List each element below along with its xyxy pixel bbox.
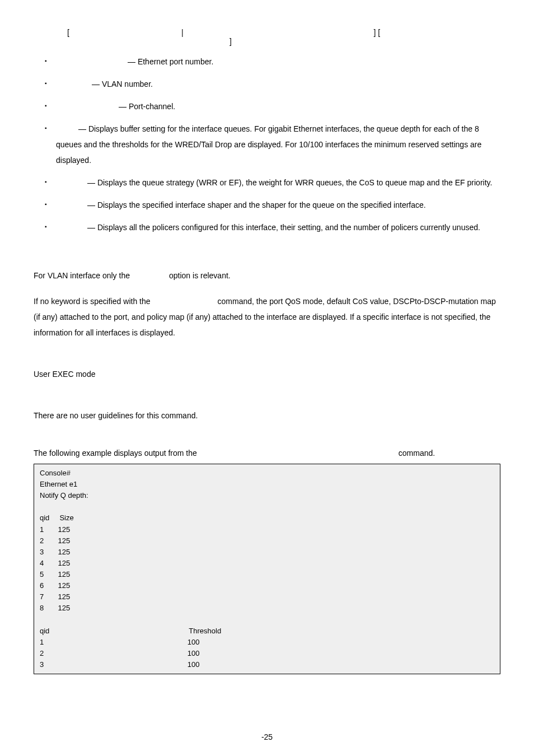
- console-line: Notify Q depth:: [40, 490, 494, 501]
- left-bracket-1: [: [67, 28, 69, 37]
- console-line: 3 100: [40, 659, 494, 670]
- param-portchannel: — Port-channel.: [45, 99, 500, 114]
- console-line: 1 125: [40, 524, 494, 535]
- param-vlan: — VLAN number.: [45, 76, 500, 92]
- page-number: -25: [0, 732, 534, 741]
- console-line: 6 125: [40, 580, 494, 591]
- parameter-list: — Ethernet port number. — VLAN number. —…: [45, 54, 500, 235]
- console-line: 3 125: [40, 547, 494, 558]
- right-bracket-2: ]: [229, 37, 232, 46]
- example-intro: The following example displays output fr…: [34, 447, 500, 460]
- console-line: 2 125: [40, 535, 494, 547]
- console-line: 7 125: [40, 591, 494, 603]
- console-line: Console#: [40, 468, 494, 479]
- param-shapers: — Displays the specified interface shape…: [45, 197, 500, 213]
- command-mode: User EXEC mode: [34, 366, 500, 382]
- param-buffers: — Displays buffer setting for the interf…: [45, 121, 500, 168]
- note-vlan: For VLAN interface only theoption is rel…: [34, 268, 500, 283]
- console-line: Ethernet e1: [40, 479, 494, 490]
- param-policers: — Displays all the policers configured f…: [45, 220, 500, 235]
- note-default: If no keyword is specified with thecomma…: [34, 293, 500, 340]
- console-line: 4 125: [40, 558, 494, 569]
- param-queueing: — Displays the queue strategy (WRR or EF…: [45, 175, 500, 190]
- pipe: |: [181, 28, 184, 37]
- console-line: 2 100: [40, 648, 494, 659]
- user-guidelines: There are no user guidelines for this co…: [34, 408, 500, 423]
- console-line: 5 125: [40, 569, 494, 580]
- console-line: 1 100: [40, 637, 494, 648]
- syntax-line: [|] []: [67, 28, 500, 46]
- close-open-bracket: ] [: [374, 28, 381, 37]
- param-ethernet: — Ethernet port number.: [45, 54, 500, 69]
- console-line: 8 125: [40, 603, 494, 614]
- console-output: Console# Ethernet e1 Notify Q depth: qid…: [34, 464, 500, 675]
- console-header: qid Size: [40, 512, 494, 524]
- console-header: qid Threshold: [40, 626, 494, 637]
